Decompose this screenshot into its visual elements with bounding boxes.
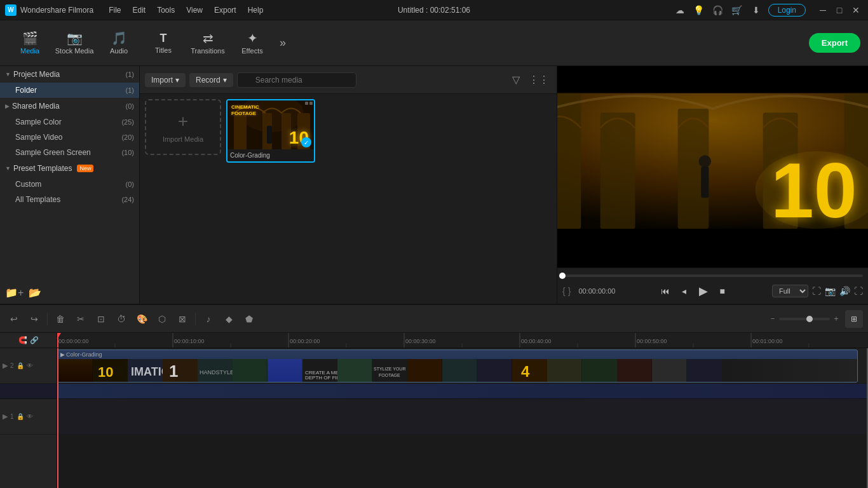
sidebar-item-folder[interactable]: Folder (1) [0,83,139,98]
transitions-icon: ⇄ [203,32,214,44]
split-tool[interactable]: ⊠ [173,310,191,328]
timeline-playhead [559,273,566,279]
zoom-slider[interactable] [779,318,830,320]
menu-view[interactable]: View [181,4,208,16]
clip-frame-18 [652,359,687,383]
record-button[interactable]: Record ▾ [189,73,233,87]
add-media-folder-button[interactable]: 📁+ [5,287,24,299]
preview-timeline-bar[interactable] [562,274,863,277]
play-button[interactable]: ▶ [695,282,712,300]
import-dropdown-icon: ▾ [175,76,179,85]
crop-tool[interactable]: ⊡ [92,310,110,328]
settings-icon[interactable]: ⛶ [854,286,863,296]
folder-icon[interactable]: 📂 [29,287,41,299]
play-back-button[interactable]: ◂ [675,282,693,300]
toolbar-transitions[interactable]: ⇄ Transitions [186,22,230,64]
export-button[interactable]: Export [809,33,860,53]
cinematic-text: CINEMATICFOOTAGE [231,104,259,116]
toolbar-effects[interactable]: ✦ Effects [230,22,275,64]
maximize-button[interactable]: □ [832,3,846,17]
zoom-selector[interactable]: Full 75% 50% [772,285,808,297]
record-label: Record [196,76,220,85]
import-media-placeholder[interactable]: + Import Media [145,99,221,155]
in-point-icon[interactable]: { [562,286,566,296]
eye-icon-2[interactable]: 👁 [27,413,33,420]
lock-icon-2[interactable]: 🔒 [17,413,24,420]
sidebar-item-sample-color[interactable]: Sample Color (25) [0,114,139,130]
audio-tool[interactable]: ♪ [200,310,217,328]
toolbar-effects-label: Effects [241,47,262,55]
mask-tool[interactable]: ⬡ [153,310,171,328]
folder-count: (1) [126,86,134,94]
sidebar-item-all-templates[interactable]: All Templates (24) [0,192,139,207]
audio-track-icon: ▶ [3,412,8,421]
speed-tool[interactable]: ⏱ [112,310,130,328]
cut-tool[interactable]: ✂ [72,310,90,328]
cloud-icon[interactable]: ☁ [673,3,687,17]
more-tools-icon[interactable]: » [275,36,291,50]
color-tool[interactable]: 🎨 [133,310,151,328]
toolbar-titles[interactable]: T Titles [141,22,186,64]
sidebar-project-media-header[interactable]: ▼ Project Media (1) [0,66,139,83]
timeline-view-toggle[interactable]: ⊞ [845,310,863,328]
filter-icon[interactable]: ▽ [510,74,522,86]
toolbar-audio[interactable]: 🎵 Audio [97,22,141,64]
out-point-icon[interactable]: } [568,286,571,296]
menu-tools[interactable]: Tools [152,4,180,16]
playback-center: { } 00:00:00:00 [562,286,616,296]
minimize-button[interactable]: ─ [816,3,830,17]
menu-export[interactable]: Export [209,4,241,16]
snapshot-icon[interactable]: 📷 [825,286,836,296]
search-container: 🔍 [237,72,506,88]
magnet-icon[interactable]: 🧲 [18,336,27,344]
sidebar-shared-media-header[interactable]: ▶ Shared Media (0) [0,98,139,114]
import-media-label: Import Media [163,135,203,143]
menu-help[interactable]: Help [243,4,269,16]
keyframe-tool[interactable]: ◆ [220,310,238,328]
delete-button[interactable]: 🗑 [51,310,69,328]
menu-file[interactable]: File [104,4,126,16]
sidebar-item-custom[interactable]: Custom (0) [0,177,139,192]
zoom-out-icon[interactable]: － [769,313,776,324]
stop-button[interactable]: ■ [714,282,731,300]
stabilize-tool[interactable]: ⬟ [240,310,258,328]
toolbar-media[interactable]: 🎬 Media [8,22,52,64]
headphone-icon[interactable]: 🎧 [711,3,725,17]
step-back-button[interactable]: ⏮ [656,282,674,300]
search-input[interactable] [237,72,356,88]
volume-icon[interactable]: 🔊 [839,286,850,296]
svg-rect-45 [163,359,198,383]
undo-button[interactable]: ↩ [5,310,23,328]
link-icon[interactable]: 🔗 [30,336,39,344]
video-clip[interactable]: ▶ Color-Grading 10 [57,349,858,383]
grid-options-icon[interactable]: ⋮⋮ [526,74,552,86]
lock-icon[interactable]: 🔒 [17,362,24,369]
sample-video-count: (20) [121,133,134,141]
cart-icon[interactable]: 🛒 [730,3,744,17]
sidebar-item-sample-video[interactable]: Sample Video (20) [0,130,139,145]
import-label: Import [151,76,173,85]
eye-icon[interactable]: 👁 [27,362,33,369]
login-button[interactable]: Login [768,4,806,17]
clip-frame-19 [687,359,722,383]
lightbulb-icon[interactable]: 💡 [692,3,706,17]
clip-frame-4: 1 [163,359,198,383]
media-item-label: Color-Grading [227,149,314,161]
close-button[interactable]: ✕ [849,3,863,17]
menu-edit[interactable]: Edit [128,4,151,16]
import-button[interactable]: Import ▾ [145,73,186,87]
fullscreen-icon[interactable]: ⛶ [812,286,821,296]
chevron-down-icon: ▼ [5,71,11,78]
media-item-color-grading[interactable]: 10 CINEMATICFOOTAGE ✓ Color-Grading [226,99,315,163]
sample-color-count: (25) [121,118,134,126]
sidebar-preset-templates-header[interactable]: ▼ Preset Templates New [0,160,139,177]
sidebar-item-sample-green[interactable]: Sample Green Screen (10) [0,145,139,160]
record-dropdown-icon: ▾ [223,76,227,85]
redo-button[interactable]: ↪ [25,310,43,328]
toolbar-stock-media[interactable]: 📷 Stock Media [52,22,97,64]
svg-text:00:00:00:00: 00:00:00:00 [58,338,89,344]
download-icon[interactable]: ⬇ [749,3,763,17]
clip-frame-10: STYLIZE YOUR MUSIC FOOTAGE [372,359,407,383]
frame-2-svg: 10 [93,359,128,383]
zoom-in-icon[interactable]: ＋ [832,313,840,324]
